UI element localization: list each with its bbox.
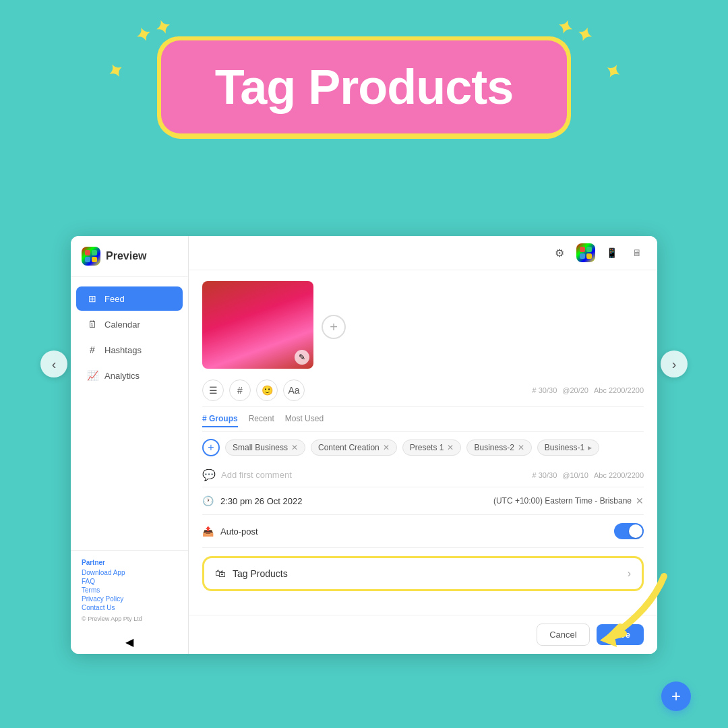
autopost-area: 📤 Auto-post <box>202 515 644 548</box>
tag-presets-1[interactable]: Presets 1 ✕ <box>402 439 462 456</box>
tag-small-business[interactable]: Small Business ✕ <box>225 439 305 456</box>
sidebar-item-hashtags[interactable]: # Hashtags <box>76 338 183 362</box>
group-tabs: Groups Recent Most Used <box>202 414 644 432</box>
autopost-toggle[interactable] <box>614 523 644 539</box>
sidebar-item-analytics[interactable]: 📈 Analytics <box>76 363 183 388</box>
logo-cell-red <box>85 250 90 255</box>
post-image[interactable]: ✎ <box>202 281 313 369</box>
hashtag-btn[interactable]: # <box>229 380 251 401</box>
tag-presets-1-label: Presets 1 <box>410 443 444 452</box>
sidebar-item-calendar-label: Calendar <box>104 320 140 330</box>
clock-icon: 🕐 <box>202 495 214 506</box>
sidebar-item-calendar[interactable]: 🗓 Calendar <box>76 312 183 336</box>
sidebar-privacy-link[interactable]: Privacy Policy <box>82 595 177 603</box>
tag-small-business-close[interactable]: ✕ <box>291 443 298 452</box>
tag-business-1[interactable]: Business-1 ▸ <box>537 439 599 456</box>
group-tags: + Small Business ✕ Content Creation ✕ Pr… <box>202 439 644 456</box>
hashtag-groups: Groups Recent Most Used + Small Business… <box>202 407 644 463</box>
comment-icon: 💬 <box>202 468 216 481</box>
tag-business-2-label: Business-2 <box>474 443 514 452</box>
app-logo <box>82 247 100 266</box>
comment-char-count: Abc 2200/2200 <box>594 471 644 479</box>
toolbar-logo-r <box>580 247 585 252</box>
logo-cell-blue <box>85 257 90 262</box>
sidebar-contact-link[interactable]: Contact Us <box>82 604 177 611</box>
tag-content-creation-close[interactable]: ✕ <box>383 443 390 452</box>
sidebar-partner-label: Partner <box>82 559 177 566</box>
tab-most-used[interactable]: Most Used <box>285 414 324 427</box>
sparkle-tl: ✦ ✦ <box>132 15 174 48</box>
comment-stats: # 30/30 @10/10 Abc 2200/2200 <box>533 471 644 479</box>
logo-cell-green <box>92 250 97 255</box>
tag-products-banner: Tag Products <box>161 40 568 133</box>
sidebar-item-feed[interactable]: ⊞ Feed <box>76 286 183 311</box>
image-edit-btn[interactable]: ✎ <box>295 350 309 365</box>
sparkle-br: ✦ <box>600 58 624 85</box>
image-upload-area: ✎ + <box>202 270 644 374</box>
timezone-badge: (UTC +10:00) Eastern Time - Brisbane ✕ <box>493 495 644 506</box>
sidebar-copyright: © Preview App Pty Ltd <box>82 615 177 622</box>
shopping-bag-icon: 🛍 <box>215 568 226 580</box>
tab-groups[interactable]: Groups <box>202 414 238 427</box>
mobile-view-btn[interactable]: 📱 <box>602 243 621 262</box>
hashtag-icon: # <box>87 344 98 355</box>
grid-icon: ⊞ <box>87 293 98 304</box>
next-arrow[interactable]: › <box>661 351 688 377</box>
sidebar-item-feed-label: Feed <box>104 294 125 304</box>
add-group-btn[interactable]: + <box>202 439 220 456</box>
caption-toolbar: ☰ # 🙂 Aa # 30/30 @20/20 Abc 2200/2200 <box>202 374 644 407</box>
font-btn[interactable]: Aa <box>283 380 305 401</box>
tab-recent[interactable]: Recent <box>249 414 274 427</box>
toolbar-logo-g <box>586 247 592 252</box>
schedule-area: 🕐 2:30 pm 26 Oct 2022 (UTC +10:00) Easte… <box>202 487 644 515</box>
desktop-view-btn[interactable]: 🖥 <box>628 243 646 262</box>
tag-business-1-close[interactable]: ▸ <box>588 443 592 452</box>
tag-business-2[interactable]: Business-2 ✕ <box>466 439 531 456</box>
calendar-icon: 🗓 <box>87 319 98 330</box>
caption-mention-count: @20/20 <box>562 386 588 394</box>
tag-business-2-close[interactable]: ✕ <box>518 443 524 452</box>
caption-hashtag-count: # 30/30 <box>533 386 557 394</box>
emoji-btn[interactable]: 🙂 <box>256 380 278 401</box>
add-post-fab[interactable]: + <box>661 681 691 711</box>
banner-title: Tag Products <box>215 60 514 114</box>
toggle-knob <box>629 524 642 538</box>
sparkle-tr: ✦ ✦ <box>554 15 596 48</box>
top-toolbar: ⚙ 📱 🖥 <box>189 236 657 270</box>
sidebar-collapse-btn[interactable]: ◀ <box>71 630 188 654</box>
schedule-time[interactable]: 2:30 pm 26 Oct 2022 <box>220 496 302 506</box>
sidebar-header: Preview <box>71 236 188 277</box>
autopost-label: Auto-post <box>220 526 258 537</box>
caption-char-count: Abc 2200/2200 <box>594 386 644 394</box>
add-image-btn[interactable]: + <box>322 315 346 339</box>
toolbar-logo <box>576 243 595 262</box>
comment-placeholder[interactable]: Add first comment <box>221 470 292 480</box>
autopost-icon: 📤 <box>202 526 214 537</box>
app-name: Preview <box>106 250 146 262</box>
top-section: ✦ ✦ ✦ ✦ ✦ ✦ Tag Products <box>0 0 728 160</box>
settings-button[interactable]: ⚙ <box>549 243 570 263</box>
sparkle-bl: ✦ <box>103 58 127 85</box>
logo-cell-yellow <box>92 257 97 262</box>
analytics-icon: 📈 <box>87 370 98 381</box>
caption-stats: # 30/30 @20/20 Abc 2200/2200 <box>533 386 644 394</box>
sidebar-faq-link[interactable]: FAQ <box>82 578 177 585</box>
sidebar-item-analytics-label: Analytics <box>104 371 140 381</box>
prev-arrow[interactable]: ‹ <box>40 351 67 377</box>
tag-content-creation-label: Content Creation <box>318 443 380 452</box>
sidebar-download-link[interactable]: Download App <box>82 569 177 576</box>
tag-products-label: Tag Products <box>233 568 288 579</box>
sidebar-terms-link[interactable]: Terms <box>82 586 177 594</box>
yellow-arrow <box>570 556 677 664</box>
tag-presets-1-close[interactable]: ✕ <box>447 443 454 452</box>
toolbar-logo-grid <box>580 247 592 259</box>
timezone-close-btn[interactable]: ✕ <box>636 495 644 506</box>
toolbar-logo-y <box>586 253 592 259</box>
tag-content-creation[interactable]: Content Creation ✕ <box>311 439 397 456</box>
sidebar: Preview ⊞ Feed 🗓 Calendar # Hashtags 📈 A… <box>71 236 189 654</box>
timezone-text: (UTC +10:00) Eastern Time - Brisbane <box>493 496 632 506</box>
sidebar-nav: ⊞ Feed 🗓 Calendar # Hashtags 📈 Analytics <box>71 277 188 550</box>
align-btn[interactable]: ☰ <box>202 380 224 401</box>
tag-small-business-label: Small Business <box>233 443 288 452</box>
tag-business-1-label: Business-1 <box>545 443 584 452</box>
